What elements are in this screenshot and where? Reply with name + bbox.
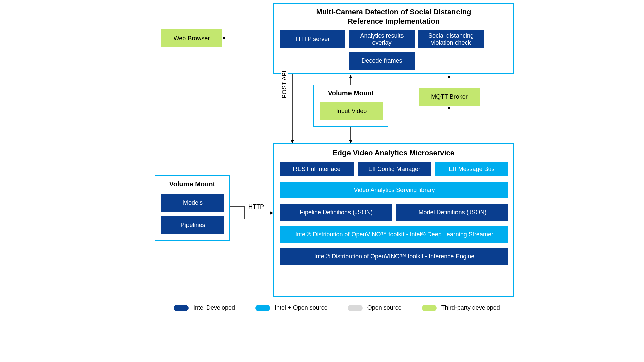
- openvino-streamer-label: Intel® Distribution of OpenVINO™ toolkit…: [295, 231, 493, 238]
- decode-frames-label: Decode frames: [361, 57, 402, 64]
- violation-check-box: Social distancing violation check: [418, 30, 484, 48]
- web-browser-label: Web Browser: [174, 35, 210, 42]
- eii-config-label: EII Config Manager: [368, 166, 420, 173]
- http-server-box: HTTP server: [280, 30, 345, 48]
- pipeline-defs-box: Pipeline Definitions (JSON): [280, 204, 392, 221]
- legend-intel-dev: Intel Developed: [174, 304, 235, 311]
- evam-container: Edge Video Analytics Microservice RESTfu…: [273, 143, 514, 297]
- legend-open-source: Open source: [348, 304, 402, 311]
- diagram-canvas: Web Browser Multi-Camera Detection of So…: [80, 0, 564, 362]
- analytics-overlay-box: Analytics results overlay: [349, 30, 415, 48]
- eii-msgbus-box: EII Message Bus: [435, 162, 508, 176]
- legend-open-source-label: Open source: [367, 304, 402, 311]
- mqtt-broker-box: MQTT Broker: [419, 88, 480, 106]
- mqtt-broker-label: MQTT Broker: [431, 93, 468, 100]
- web-browser-box: Web Browser: [161, 29, 222, 47]
- model-defs-box: Model Definitions (JSON): [396, 204, 508, 221]
- legend-intel-dev-label: Intel Developed: [193, 304, 235, 311]
- model-defs-label: Model Definitions (JSON): [418, 209, 486, 216]
- legend-third-party-label: Third-party developed: [441, 304, 500, 311]
- input-video-label: Input Video: [336, 108, 367, 115]
- evam-title: Edge Video Analytics Microservice: [274, 148, 513, 158]
- pipelines-label: Pipelines: [180, 222, 205, 229]
- decode-frames-box: Decode frames: [349, 52, 415, 70]
- restful-label: RESTful Interface: [293, 166, 340, 173]
- http-label: HTTP: [248, 203, 264, 210]
- post-api-label: POST API: [281, 71, 288, 98]
- legend-third-party: Third-party developed: [422, 304, 500, 311]
- input-video-box: Input Video: [320, 102, 383, 120]
- swatch-light-blue: [255, 305, 270, 311]
- swatch-green: [422, 305, 437, 311]
- models-box: Models: [161, 194, 224, 212]
- legend-intel-open-label: Intel + Open source: [275, 304, 328, 311]
- eii-config-box: EII Config Manager: [358, 162, 431, 176]
- volume-mount-left-title: Volume Mount: [155, 180, 229, 188]
- openvino-inference-box: Intel® Distribution of OpenVINO™ toolkit…: [280, 248, 508, 265]
- eii-msgbus-label: EII Message Bus: [449, 166, 494, 173]
- vas-lib-label: Video Analytics Serving library: [354, 187, 435, 194]
- volume-mount-mid-title: Volume Mount: [314, 89, 388, 97]
- pipelines-box: Pipelines: [161, 216, 224, 234]
- http-server-label: HTTP server: [296, 36, 330, 43]
- openvino-inference-label: Intel® Distribution of OpenVINO™ toolkit…: [314, 253, 475, 260]
- violation-check-label: Social distancing violation check: [421, 32, 481, 46]
- top-container-title: Multi-Camera Detection of Social Distanc…: [274, 7, 513, 26]
- legend: Intel Developed Intel + Open source Open…: [174, 304, 500, 311]
- openvino-streamer-box: Intel® Distribution of OpenVINO™ toolkit…: [280, 226, 508, 243]
- models-label: Models: [183, 199, 203, 206]
- swatch-grey: [348, 305, 363, 311]
- pipeline-defs-label: Pipeline Definitions (JSON): [300, 209, 373, 216]
- volume-mount-left-container: Volume Mount Models Pipelines: [155, 175, 230, 241]
- restful-box: RESTful Interface: [280, 162, 354, 176]
- vas-lib-box: Video Analytics Serving library: [280, 182, 508, 198]
- legend-intel-open: Intel + Open source: [255, 304, 328, 311]
- top-reference-container: Multi-Camera Detection of Social Distanc…: [273, 3, 514, 74]
- analytics-overlay-label: Analytics results overlay: [352, 32, 412, 46]
- swatch-dark-blue: [174, 305, 189, 311]
- volume-mount-mid-container: Volume Mount Input Video: [313, 85, 388, 127]
